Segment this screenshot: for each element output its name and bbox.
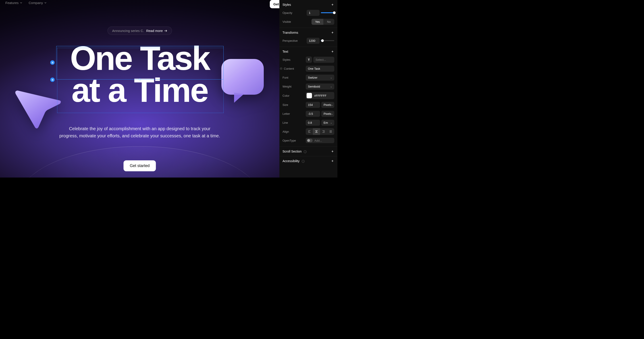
size-unit-select[interactable]: Pixels ⌄ bbox=[321, 102, 334, 108]
visible-segmented: Yes No bbox=[312, 19, 334, 25]
letter-label: Letter bbox=[282, 112, 300, 115]
add-transform-button[interactable]: + bbox=[331, 31, 334, 35]
chevron-down-icon: ⌄ bbox=[331, 104, 333, 106]
chevron-down-icon: ⌄ bbox=[330, 76, 332, 79]
chevron-down-icon bbox=[20, 2, 22, 4]
visible-no[interactable]: No bbox=[323, 19, 334, 25]
layer-badge-icon[interactable] bbox=[50, 78, 55, 82]
weight-label: Weight bbox=[282, 85, 300, 88]
font-label: Font bbox=[282, 76, 300, 79]
align-right-button[interactable] bbox=[320, 128, 327, 135]
section-scroll-title: Scroll Section i bbox=[282, 150, 306, 153]
line-input[interactable] bbox=[306, 120, 320, 126]
visible-row: Visible Yes No bbox=[282, 18, 334, 25]
get-label-fragment: Get bbox=[273, 2, 279, 6]
align-label: Align bbox=[282, 130, 300, 133]
letter-unit-value: Pixels bbox=[324, 112, 331, 115]
color-swatch bbox=[306, 93, 312, 98]
align-justify-button[interactable] bbox=[327, 128, 334, 135]
opentype-control[interactable]: Add... bbox=[306, 138, 334, 143]
section-accessibility: Accessibility i + bbox=[280, 156, 338, 166]
read-more-text: Read more bbox=[146, 29, 163, 33]
chevron-down-icon: ⌄ bbox=[330, 122, 332, 124]
opentype-row: OpenType Add... bbox=[282, 137, 334, 144]
add-style-button[interactable]: + bbox=[331, 3, 334, 7]
line-row: Line Em ⌄ bbox=[282, 119, 334, 126]
align-center-icon bbox=[315, 130, 318, 133]
add-text-button[interactable]: + bbox=[331, 50, 334, 54]
opentype-label: OpenType bbox=[282, 139, 300, 142]
perspective-input[interactable] bbox=[306, 38, 320, 44]
color-row: Color #FFFFFF bbox=[282, 92, 334, 99]
color-picker[interactable]: #FFFFFF bbox=[306, 92, 334, 99]
perspective-slider[interactable] bbox=[321, 40, 334, 41]
section-scroll: Scroll Section i + bbox=[280, 147, 338, 156]
section-text: Text + Styles T Select... Content Font bbox=[280, 47, 338, 147]
size-input[interactable] bbox=[306, 102, 320, 108]
text-style-icon[interactable]: T bbox=[306, 57, 312, 63]
perspective-label: Perspective bbox=[282, 39, 300, 43]
align-row: Align bbox=[282, 128, 334, 135]
opacity-input[interactable] bbox=[306, 10, 320, 16]
canvas-viewport: Features Company Get Announcing series C… bbox=[0, 0, 280, 178]
chevron-down-icon: ⌄ bbox=[330, 85, 332, 88]
get-started-nav-button-cut[interactable]: Get bbox=[270, 0, 280, 8]
opacity-row: Opacity bbox=[282, 9, 334, 16]
add-scroll-button[interactable]: + bbox=[331, 149, 334, 153]
perspective-row: Perspective bbox=[282, 37, 334, 44]
align-justify-icon bbox=[329, 130, 332, 133]
size-unit-value: Pixels bbox=[324, 103, 331, 107]
letter-input[interactable] bbox=[306, 111, 320, 117]
nav-features[interactable]: Features bbox=[5, 1, 22, 5]
weight-row: Weight Semibold ⌄ bbox=[282, 83, 334, 90]
section-styles: Styles + Opacity Visible Yes No bbox=[280, 0, 338, 28]
opentype-toggle[interactable] bbox=[307, 139, 313, 142]
weight-value: Semibold bbox=[308, 85, 320, 88]
line-unit-select[interactable]: Em ⌄ bbox=[321, 120, 334, 126]
letter-unit-select[interactable]: Pixels ⌄ bbox=[321, 111, 334, 117]
site-top-nav: Features Company bbox=[5, 0, 47, 5]
hero-subheading[interactable]: Celebrate the joy of accomplishment with… bbox=[59, 125, 220, 139]
section-accessibility-title: Accessibility i bbox=[282, 159, 304, 163]
line-unit-value: Em bbox=[324, 121, 328, 124]
opentype-placeholder: Add... bbox=[314, 139, 322, 142]
get-started-button[interactable]: Get started bbox=[124, 160, 156, 171]
opacity-label: Opacity bbox=[282, 11, 300, 15]
hero-h1-line2[interactable]: at a Time bbox=[70, 74, 209, 106]
hero-h1-line1[interactable]: One Task bbox=[70, 43, 209, 74]
info-icon[interactable]: i bbox=[304, 150, 306, 153]
text-styles-select[interactable]: Select... bbox=[313, 57, 334, 63]
content-row: Content bbox=[282, 65, 334, 72]
section-transforms-title: Transforms bbox=[282, 31, 298, 34]
arrow-right-icon bbox=[164, 30, 167, 32]
opacity-slider[interactable] bbox=[321, 12, 334, 13]
add-accessibility-button[interactable]: + bbox=[331, 159, 334, 163]
layer-badge-icon[interactable] bbox=[50, 60, 55, 65]
font-row: Font Switzer ⌄ bbox=[282, 74, 334, 81]
announcement-pill[interactable]: Announcing series C. Read more bbox=[108, 27, 172, 35]
nav-company-label: Company bbox=[28, 1, 43, 5]
size-label: Size bbox=[282, 103, 300, 107]
content-input[interactable] bbox=[306, 66, 334, 72]
read-more-link[interactable]: Read more bbox=[146, 29, 167, 33]
color-label: Color bbox=[282, 94, 300, 97]
link-override-icon[interactable] bbox=[280, 67, 282, 70]
nav-features-label: Features bbox=[5, 1, 18, 5]
section-text-title: Text bbox=[282, 50, 288, 53]
info-icon[interactable]: i bbox=[302, 160, 304, 163]
align-right-icon bbox=[322, 130, 325, 133]
letter-row: Letter Pixels ⌄ bbox=[282, 110, 334, 117]
hero-headline: One Task at a Time bbox=[0, 43, 280, 106]
align-left-icon bbox=[308, 130, 311, 133]
chevron-down-icon: ⌄ bbox=[331, 113, 333, 115]
nav-company[interactable]: Company bbox=[28, 1, 47, 5]
font-select[interactable]: Switzer ⌄ bbox=[306, 75, 334, 81]
size-row: Size Pixels ⌄ bbox=[282, 101, 334, 108]
align-center-button[interactable] bbox=[313, 128, 320, 135]
weight-select[interactable]: Semibold ⌄ bbox=[306, 84, 334, 90]
align-left-button[interactable] bbox=[306, 128, 313, 135]
h1-wrap: One Task at a Time bbox=[70, 43, 209, 106]
align-segmented bbox=[306, 128, 334, 135]
section-transforms: Transforms + Perspective bbox=[280, 28, 338, 47]
visible-yes[interactable]: Yes bbox=[312, 19, 323, 25]
